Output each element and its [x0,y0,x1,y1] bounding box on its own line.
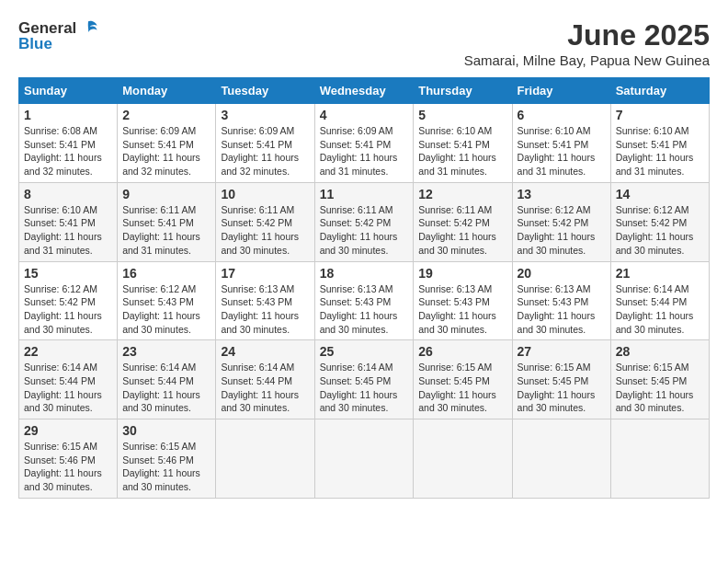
day-number: 1 [24,108,112,122]
day-number: 3 [221,108,309,122]
day-info: Sunrise: 6:15 AM Sunset: 5:46 PM Dayligh… [24,440,112,494]
calendar-cell [216,419,314,499]
day-info: Sunrise: 6:12 AM Sunset: 5:42 PM Dayligh… [24,282,112,337]
day-info: Sunrise: 6:13 AM Sunset: 5:43 PM Dayligh… [518,282,606,337]
day-info: Sunrise: 6:14 AM Sunset: 5:44 PM Dayligh… [616,282,704,337]
calendar-cell: 13 Sunrise: 6:12 AM Sunset: 5:42 PM Dayl… [512,182,610,261]
calendar-cell: 1 Sunrise: 6:08 AM Sunset: 5:41 PM Dayli… [19,104,118,183]
calendar-cell [610,419,709,499]
day-number: 19 [418,266,506,281]
calendar-cell: 21 Sunrise: 6:14 AM Sunset: 5:44 PM Dayl… [610,261,709,340]
calendar-cell: 6 Sunrise: 6:10 AM Sunset: 5:41 PM Dayli… [512,104,610,183]
day-info: Sunrise: 6:14 AM Sunset: 5:44 PM Dayligh… [221,361,309,415]
day-number: 27 [518,344,606,359]
day-info: Sunrise: 6:11 AM Sunset: 5:42 PM Dayligh… [418,203,506,258]
day-info: Sunrise: 6:13 AM Sunset: 5:43 PM Dayligh… [221,282,309,337]
calendar-cell: 23 Sunrise: 6:14 AM Sunset: 5:44 PM Dayl… [118,340,216,419]
day-info: Sunrise: 6:10 AM Sunset: 5:41 PM Dayligh… [24,203,112,258]
day-number: 9 [122,187,210,201]
day-number: 29 [24,423,112,438]
calendar-cell: 3 Sunrise: 6:09 AM Sunset: 5:41 PM Dayli… [216,104,314,183]
calendar-table: SundayMondayTuesdayWednesdayThursdayFrid… [18,77,710,499]
day-info: Sunrise: 6:12 AM Sunset: 5:43 PM Dayligh… [122,282,210,337]
day-number: 7 [616,108,704,122]
day-info: Sunrise: 6:12 AM Sunset: 5:42 PM Dayligh… [518,203,606,258]
calendar-cell: 20 Sunrise: 6:13 AM Sunset: 5:43 PM Dayl… [512,261,610,340]
calendar-cell: 27 Sunrise: 6:15 AM Sunset: 5:45 PM Dayl… [512,340,610,419]
day-info: Sunrise: 6:11 AM Sunset: 5:42 PM Dayligh… [221,203,309,258]
col-header-thursday: Thursday [414,78,512,104]
day-number: 30 [122,423,210,438]
day-number: 5 [418,108,506,122]
day-info: Sunrise: 6:13 AM Sunset: 5:43 PM Dayligh… [320,282,409,337]
day-info: Sunrise: 6:10 AM Sunset: 5:41 PM Dayligh… [518,124,606,178]
calendar-cell: 28 Sunrise: 6:15 AM Sunset: 5:45 PM Dayl… [610,340,709,419]
calendar-header-row: SundayMondayTuesdayWednesdayThursdayFrid… [19,78,710,104]
day-info: Sunrise: 6:10 AM Sunset: 5:41 PM Dayligh… [616,124,704,178]
day-number: 8 [24,187,112,201]
calendar-cell: 15 Sunrise: 6:12 AM Sunset: 5:42 PM Dayl… [19,261,118,340]
col-header-sunday: Sunday [19,78,118,104]
calendar-week-row: 1 Sunrise: 6:08 AM Sunset: 5:41 PM Dayli… [19,104,710,183]
calendar-week-row: 15 Sunrise: 6:12 AM Sunset: 5:42 PM Dayl… [19,261,710,340]
day-number: 21 [616,266,704,281]
day-info: Sunrise: 6:09 AM Sunset: 5:41 PM Dayligh… [221,124,309,178]
calendar-cell: 7 Sunrise: 6:10 AM Sunset: 5:41 PM Dayli… [610,104,709,183]
day-info: Sunrise: 6:15 AM Sunset: 5:45 PM Dayligh… [418,361,506,415]
calendar-week-row: 8 Sunrise: 6:10 AM Sunset: 5:41 PM Dayli… [19,182,710,261]
calendar-cell: 11 Sunrise: 6:11 AM Sunset: 5:42 PM Dayl… [314,182,414,261]
calendar-cell [414,419,512,499]
day-info: Sunrise: 6:11 AM Sunset: 5:42 PM Dayligh… [320,203,409,258]
calendar-cell: 9 Sunrise: 6:11 AM Sunset: 5:41 PM Dayli… [118,182,216,261]
calendar-cell: 24 Sunrise: 6:14 AM Sunset: 5:44 PM Dayl… [216,340,314,419]
day-number: 2 [122,108,210,122]
calendar-cell: 10 Sunrise: 6:11 AM Sunset: 5:42 PM Dayl… [216,182,314,261]
day-info: Sunrise: 6:15 AM Sunset: 5:45 PM Dayligh… [616,361,704,415]
calendar-cell: 30 Sunrise: 6:15 AM Sunset: 5:46 PM Dayl… [118,419,216,499]
calendar-week-row: 29 Sunrise: 6:15 AM Sunset: 5:46 PM Dayl… [19,419,710,499]
col-header-friday: Friday [512,78,610,104]
calendar-cell: 14 Sunrise: 6:12 AM Sunset: 5:42 PM Dayl… [610,182,709,261]
day-number: 22 [24,344,112,359]
calendar-cell: 18 Sunrise: 6:13 AM Sunset: 5:43 PM Dayl… [314,261,414,340]
day-info: Sunrise: 6:14 AM Sunset: 5:45 PM Dayligh… [320,361,409,415]
day-number: 25 [320,344,409,359]
day-number: 12 [418,187,506,201]
calendar-cell [314,419,414,499]
title-area: June 2025 Samarai, Milne Bay, Papua New … [464,18,710,68]
calendar-cell: 26 Sunrise: 6:15 AM Sunset: 5:45 PM Dayl… [414,340,512,419]
day-number: 17 [221,266,309,281]
calendar-cell: 5 Sunrise: 6:10 AM Sunset: 5:41 PM Dayli… [414,104,512,183]
day-number: 15 [24,266,112,281]
col-header-tuesday: Tuesday [216,78,314,104]
calendar-cell: 17 Sunrise: 6:13 AM Sunset: 5:43 PM Dayl… [216,261,314,340]
location-title: Samarai, Milne Bay, Papua New Guinea [464,52,710,68]
day-number: 16 [122,266,210,281]
day-number: 13 [518,187,606,201]
col-header-saturday: Saturday [610,78,709,104]
day-number: 24 [221,344,309,359]
calendar-cell: 2 Sunrise: 6:09 AM Sunset: 5:41 PM Dayli… [118,104,216,183]
calendar-cell: 22 Sunrise: 6:14 AM Sunset: 5:44 PM Dayl… [19,340,118,419]
day-number: 4 [320,108,409,122]
logo-bird-icon [78,18,98,39]
calendar-week-row: 22 Sunrise: 6:14 AM Sunset: 5:44 PM Dayl… [19,340,710,419]
day-info: Sunrise: 6:14 AM Sunset: 5:44 PM Dayligh… [24,361,112,415]
calendar-cell: 16 Sunrise: 6:12 AM Sunset: 5:43 PM Dayl… [118,261,216,340]
calendar-cell: 25 Sunrise: 6:14 AM Sunset: 5:45 PM Dayl… [314,340,414,419]
day-info: Sunrise: 6:12 AM Sunset: 5:42 PM Dayligh… [616,203,704,258]
logo: General Blue [18,18,98,53]
calendar-cell: 12 Sunrise: 6:11 AM Sunset: 5:42 PM Dayl… [414,182,512,261]
day-number: 6 [518,108,606,122]
day-number: 20 [518,266,606,281]
day-info: Sunrise: 6:14 AM Sunset: 5:44 PM Dayligh… [122,361,210,415]
day-number: 10 [221,187,309,201]
day-number: 14 [616,187,704,201]
day-info: Sunrise: 6:09 AM Sunset: 5:41 PM Dayligh… [122,124,210,178]
calendar-cell: 29 Sunrise: 6:15 AM Sunset: 5:46 PM Dayl… [19,419,118,499]
calendar-cell [512,419,610,499]
day-number: 11 [320,187,409,201]
header: General Blue June 2025 Samarai, Milne Ba… [18,18,710,68]
day-info: Sunrise: 6:09 AM Sunset: 5:41 PM Dayligh… [320,124,409,178]
day-info: Sunrise: 6:11 AM Sunset: 5:41 PM Dayligh… [122,203,210,258]
